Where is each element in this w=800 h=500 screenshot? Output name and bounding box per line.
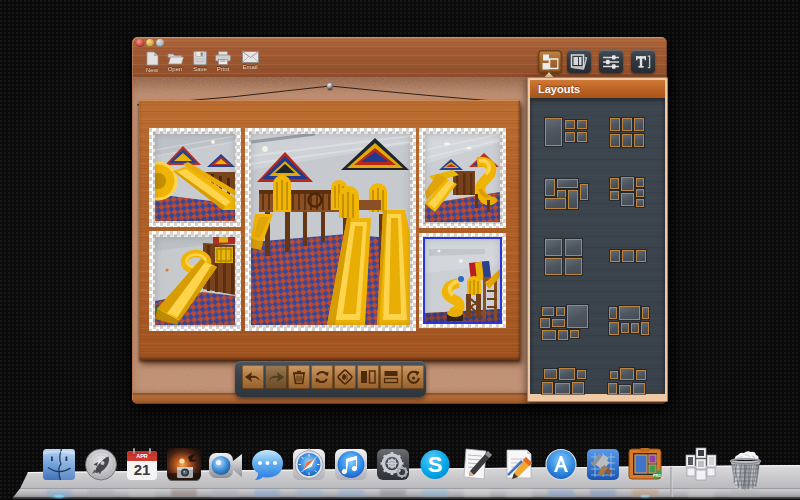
svg-text:APR: APR	[136, 453, 148, 459]
svg-text:21: 21	[134, 461, 151, 478]
svg-text:S: S	[428, 452, 443, 477]
svg-text:PRO: PRO	[653, 474, 661, 478]
